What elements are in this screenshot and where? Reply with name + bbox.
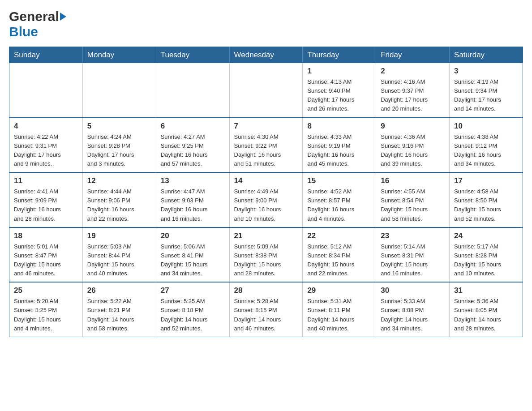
day-number: 20 xyxy=(161,231,225,240)
day-number: 25 xyxy=(14,286,78,295)
day-info: Sunrise: 4:24 AM Sunset: 9:28 PM Dayligh… xyxy=(87,133,151,169)
weekday-header-row: SundayMondayTuesdayWednesdayThursdayFrid… xyxy=(9,47,523,64)
day-number: 24 xyxy=(454,231,518,240)
calendar-day-16: 16Sunrise: 4:55 AM Sunset: 8:54 PM Dayli… xyxy=(376,172,450,227)
day-number: 17 xyxy=(454,176,518,185)
day-number: 15 xyxy=(307,176,371,185)
calendar-day-3: 3Sunrise: 4:19 AM Sunset: 9:34 PM Daylig… xyxy=(450,63,523,118)
calendar-week-row: 25Sunrise: 5:20 AM Sunset: 8:25 PM Dayli… xyxy=(9,282,523,337)
day-info: Sunrise: 5:31 AM Sunset: 8:11 PM Dayligh… xyxy=(307,297,371,333)
weekday-header-sunday: Sunday xyxy=(9,47,83,64)
calendar-day-27: 27Sunrise: 5:25 AM Sunset: 8:18 PM Dayli… xyxy=(156,282,229,337)
calendar-day-11: 11Sunrise: 4:41 AM Sunset: 9:09 PM Dayli… xyxy=(9,172,83,227)
calendar-day-28: 28Sunrise: 5:28 AM Sunset: 8:15 PM Dayli… xyxy=(229,282,303,337)
day-info: Sunrise: 4:47 AM Sunset: 9:03 PM Dayligh… xyxy=(161,187,225,223)
day-number: 21 xyxy=(234,231,298,240)
logo-general-text: General xyxy=(9,9,59,24)
calendar-day-empty xyxy=(156,63,229,118)
day-number: 22 xyxy=(307,231,371,240)
day-info: Sunrise: 5:22 AM Sunset: 8:21 PM Dayligh… xyxy=(87,297,151,333)
day-info: Sunrise: 5:06 AM Sunset: 8:41 PM Dayligh… xyxy=(161,242,225,278)
day-info: Sunrise: 4:55 AM Sunset: 8:54 PM Dayligh… xyxy=(381,187,445,223)
day-number: 1 xyxy=(307,67,371,76)
weekday-header-wednesday: Wednesday xyxy=(229,47,303,64)
day-info: Sunrise: 4:13 AM Sunset: 9:40 PM Dayligh… xyxy=(307,77,371,114)
weekday-header-monday: Monday xyxy=(82,47,156,64)
day-info: Sunrise: 5:20 AM Sunset: 8:25 PM Dayligh… xyxy=(14,297,78,333)
calendar-day-30: 30Sunrise: 5:33 AM Sunset: 8:08 PM Dayli… xyxy=(376,282,450,337)
day-info: Sunrise: 5:01 AM Sunset: 8:47 PM Dayligh… xyxy=(14,242,78,278)
calendar-day-empty xyxy=(9,63,83,118)
day-info: Sunrise: 5:12 AM Sunset: 8:34 PM Dayligh… xyxy=(307,242,371,278)
day-number: 6 xyxy=(161,122,225,131)
calendar-day-19: 19Sunrise: 5:03 AM Sunset: 8:44 PM Dayli… xyxy=(82,227,156,283)
day-number: 16 xyxy=(381,176,445,185)
calendar-day-31: 31Sunrise: 5:36 AM Sunset: 8:05 PM Dayli… xyxy=(450,282,523,337)
calendar-day-2: 2Sunrise: 4:16 AM Sunset: 9:37 PM Daylig… xyxy=(376,63,450,118)
day-info: Sunrise: 5:36 AM Sunset: 8:05 PM Dayligh… xyxy=(454,297,518,333)
day-info: Sunrise: 4:30 AM Sunset: 9:22 PM Dayligh… xyxy=(234,133,298,169)
day-number: 31 xyxy=(454,286,518,295)
day-info: Sunrise: 5:33 AM Sunset: 8:08 PM Dayligh… xyxy=(381,297,445,333)
day-number: 27 xyxy=(161,286,225,295)
day-number: 4 xyxy=(14,122,78,131)
weekday-header-tuesday: Tuesday xyxy=(156,47,229,64)
calendar-day-22: 22Sunrise: 5:12 AM Sunset: 8:34 PM Dayli… xyxy=(303,227,376,283)
day-info: Sunrise: 4:49 AM Sunset: 9:00 PM Dayligh… xyxy=(234,187,298,223)
calendar-day-empty xyxy=(229,63,303,118)
day-number: 19 xyxy=(87,231,151,240)
day-info: Sunrise: 4:38 AM Sunset: 9:12 PM Dayligh… xyxy=(454,133,518,169)
calendar-day-1: 1Sunrise: 4:13 AM Sunset: 9:40 PM Daylig… xyxy=(303,63,376,118)
day-info: Sunrise: 5:03 AM Sunset: 8:44 PM Dayligh… xyxy=(87,242,151,278)
calendar-week-row: 11Sunrise: 4:41 AM Sunset: 9:09 PM Dayli… xyxy=(9,172,523,227)
calendar-day-20: 20Sunrise: 5:06 AM Sunset: 8:41 PM Dayli… xyxy=(156,227,229,283)
calendar-day-6: 6Sunrise: 4:27 AM Sunset: 9:25 PM Daylig… xyxy=(156,118,229,173)
day-info: Sunrise: 4:33 AM Sunset: 9:19 PM Dayligh… xyxy=(307,133,371,169)
calendar-day-14: 14Sunrise: 4:49 AM Sunset: 9:00 PM Dayli… xyxy=(229,172,303,227)
calendar-day-7: 7Sunrise: 4:30 AM Sunset: 9:22 PM Daylig… xyxy=(229,118,303,173)
day-number: 18 xyxy=(14,231,78,240)
day-info: Sunrise: 5:14 AM Sunset: 8:31 PM Dayligh… xyxy=(381,242,445,278)
calendar-day-empty xyxy=(82,63,156,118)
day-number: 10 xyxy=(454,122,518,131)
day-info: Sunrise: 5:25 AM Sunset: 8:18 PM Dayligh… xyxy=(161,297,225,333)
logo: General Blue xyxy=(9,9,67,39)
day-number: 11 xyxy=(14,176,78,185)
day-info: Sunrise: 4:52 AM Sunset: 8:57 PM Dayligh… xyxy=(307,187,371,223)
logo-triangle-icon xyxy=(60,13,66,21)
day-info: Sunrise: 4:16 AM Sunset: 9:37 PM Dayligh… xyxy=(381,77,445,114)
weekday-header-thursday: Thursday xyxy=(303,47,376,64)
day-info: Sunrise: 4:19 AM Sunset: 9:34 PM Dayligh… xyxy=(454,77,518,114)
calendar-day-8: 8Sunrise: 4:33 AM Sunset: 9:19 PM Daylig… xyxy=(303,118,376,173)
day-info: Sunrise: 4:41 AM Sunset: 9:09 PM Dayligh… xyxy=(14,187,78,223)
calendar-day-23: 23Sunrise: 5:14 AM Sunset: 8:31 PM Dayli… xyxy=(376,227,450,283)
day-number: 28 xyxy=(234,286,298,295)
day-info: Sunrise: 4:58 AM Sunset: 8:50 PM Dayligh… xyxy=(454,187,518,223)
day-number: 26 xyxy=(87,286,151,295)
calendar-week-row: 4Sunrise: 4:22 AM Sunset: 9:31 PM Daylig… xyxy=(9,118,523,173)
logo-blue-text: Blue xyxy=(9,24,38,39)
day-number: 29 xyxy=(307,286,371,295)
day-number: 12 xyxy=(87,176,151,185)
calendar-day-10: 10Sunrise: 4:38 AM Sunset: 9:12 PM Dayli… xyxy=(450,118,523,173)
day-info: Sunrise: 4:36 AM Sunset: 9:16 PM Dayligh… xyxy=(381,133,445,169)
weekday-header-saturday: Saturday xyxy=(450,47,523,64)
calendar-day-18: 18Sunrise: 5:01 AM Sunset: 8:47 PM Dayli… xyxy=(9,227,83,283)
calendar-day-9: 9Sunrise: 4:36 AM Sunset: 9:16 PM Daylig… xyxy=(376,118,450,173)
day-info: Sunrise: 5:17 AM Sunset: 8:28 PM Dayligh… xyxy=(454,242,518,278)
day-number: 2 xyxy=(381,67,445,76)
day-info: Sunrise: 4:44 AM Sunset: 9:06 PM Dayligh… xyxy=(87,187,151,223)
day-number: 23 xyxy=(381,231,445,240)
calendar-day-21: 21Sunrise: 5:09 AM Sunset: 8:38 PM Dayli… xyxy=(229,227,303,283)
weekday-header-friday: Friday xyxy=(376,47,450,64)
calendar-day-29: 29Sunrise: 5:31 AM Sunset: 8:11 PM Dayli… xyxy=(303,282,376,337)
calendar-table: SundayMondayTuesdayWednesdayThursdayFrid… xyxy=(9,47,523,337)
calendar-day-17: 17Sunrise: 4:58 AM Sunset: 8:50 PM Dayli… xyxy=(450,172,523,227)
day-info: Sunrise: 5:09 AM Sunset: 8:38 PM Dayligh… xyxy=(234,242,298,278)
day-info: Sunrise: 4:22 AM Sunset: 9:31 PM Dayligh… xyxy=(14,133,78,169)
day-number: 8 xyxy=(307,122,371,131)
day-number: 7 xyxy=(234,122,298,131)
day-number: 30 xyxy=(381,286,445,295)
calendar-day-24: 24Sunrise: 5:17 AM Sunset: 8:28 PM Dayli… xyxy=(450,227,523,283)
calendar-day-4: 4Sunrise: 4:22 AM Sunset: 9:31 PM Daylig… xyxy=(9,118,83,173)
